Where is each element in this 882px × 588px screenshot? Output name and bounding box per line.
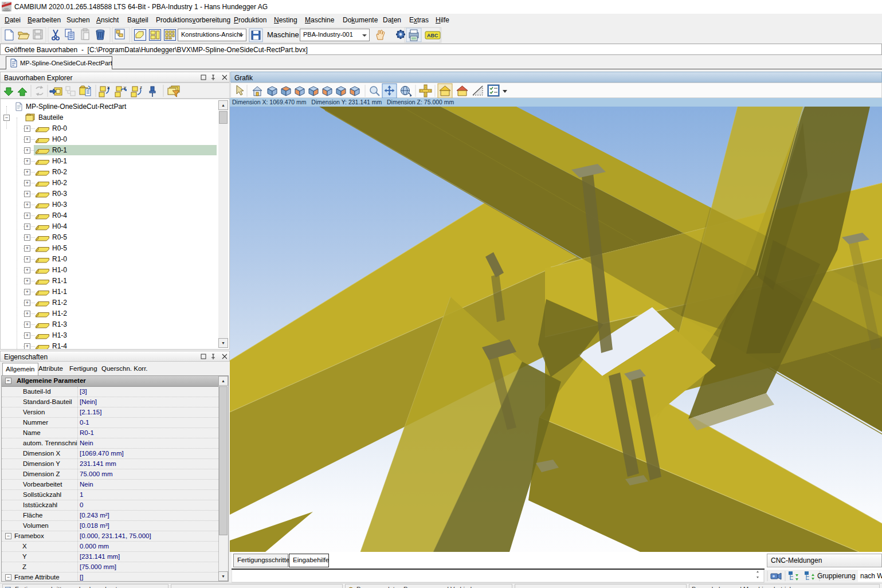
svg-text:z: z bbox=[140, 85, 142, 90]
svg-text:y: y bbox=[124, 85, 126, 90]
svg-text:x: x bbox=[107, 85, 109, 90]
svg-text:ABC: ABC bbox=[427, 33, 438, 38]
